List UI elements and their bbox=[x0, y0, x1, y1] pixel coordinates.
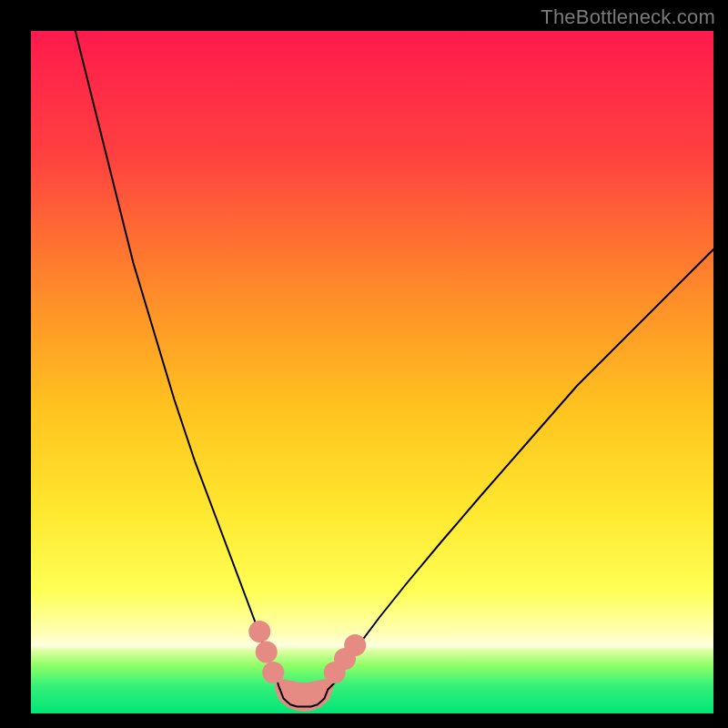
gradient-background bbox=[31, 31, 713, 713]
left-dot-2 bbox=[256, 642, 278, 663]
left-dot-1 bbox=[248, 621, 270, 642]
right-dot-3 bbox=[344, 634, 366, 656]
left-dot-3 bbox=[262, 662, 284, 683]
watermark-text: TheBottleneck.com bbox=[541, 5, 715, 29]
bottleneck-chart bbox=[31, 31, 713, 713]
chart-frame: TheBottleneck.com bbox=[0, 0, 728, 728]
